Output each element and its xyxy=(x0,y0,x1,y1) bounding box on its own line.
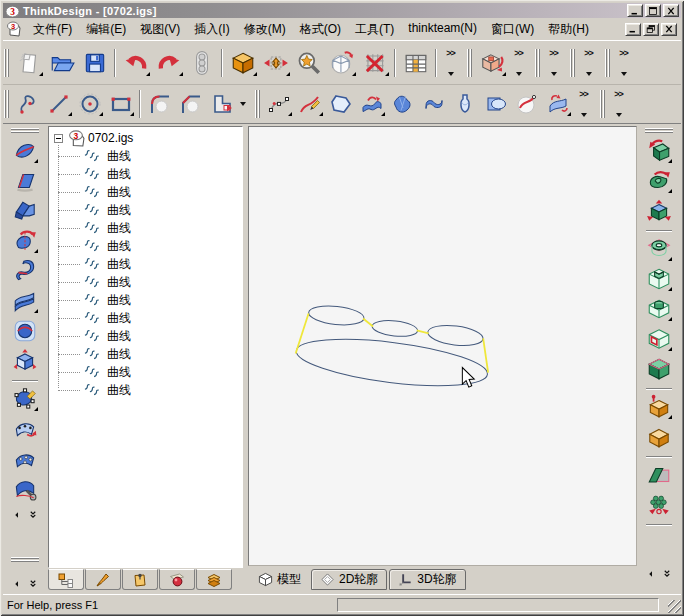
tree-item-curve[interactable]: 曲线 xyxy=(50,183,242,201)
min-button[interactable] xyxy=(625,23,641,36)
curve-on-surface-button[interactable] xyxy=(511,90,542,118)
toolbar-overflow[interactable]: >> xyxy=(510,47,527,79)
solid-between-button[interactable] xyxy=(644,197,674,225)
fold-surface-button[interactable] xyxy=(10,197,40,225)
curve-button[interactable] xyxy=(12,90,43,118)
toolbar-overflow[interactable]: >> xyxy=(610,88,627,120)
toolbar-overflow[interactable]: >> xyxy=(580,47,597,79)
menu-2[interactable]: 编辑(E) xyxy=(79,18,133,41)
toolbar-scroll[interactable] xyxy=(11,578,39,590)
flow-surface-button[interactable] xyxy=(542,90,573,118)
sketch-curve-button[interactable] xyxy=(294,90,325,118)
extrude-solid-button[interactable] xyxy=(644,137,674,165)
fit-view-button[interactable] xyxy=(259,48,292,78)
tree-root[interactable]: 3 0702.igs xyxy=(50,129,242,147)
line-button[interactable] xyxy=(43,90,74,118)
render-tab[interactable] xyxy=(159,569,195,590)
menu-6[interactable]: 格式(O) xyxy=(293,18,348,41)
tree-item-curve[interactable]: 曲线 xyxy=(50,345,242,363)
tree-item-curve[interactable]: 曲线 xyxy=(50,147,242,165)
tab-模型[interactable]: 模型 xyxy=(250,569,309,590)
toolbar-overflow[interactable]: >> xyxy=(615,47,632,79)
notes-tab[interactable] xyxy=(122,569,158,590)
toolbar-overflow[interactable]: >> xyxy=(545,47,562,79)
delete-grid-button[interactable] xyxy=(358,48,391,78)
slot-feature-button[interactable] xyxy=(644,325,674,353)
wireframe-view-button[interactable] xyxy=(325,48,358,78)
toolbar-grip[interactable] xyxy=(467,49,473,77)
expand-surface-button[interactable] xyxy=(10,347,40,375)
menu-7[interactable]: 工具(T) xyxy=(348,18,401,41)
tree-item-curve[interactable]: 曲线 xyxy=(50,273,242,291)
dropdown-caret[interactable] xyxy=(240,102,246,106)
toolbar-grip[interactable] xyxy=(4,49,10,77)
menu-5[interactable]: 修改(M) xyxy=(237,18,293,41)
revolve-surface-button[interactable] xyxy=(10,227,40,255)
drape-surface-button[interactable] xyxy=(10,475,40,503)
tree-item-curve[interactable]: 曲线 xyxy=(50,201,242,219)
menu-8[interactable]: thinkteam(N) xyxy=(401,18,484,41)
tree-item-curve[interactable]: 曲线 xyxy=(50,309,242,327)
s-surface-button[interactable] xyxy=(418,90,449,118)
menu-4[interactable]: 插入(I) xyxy=(187,18,236,41)
toolbar-scroll[interactable] xyxy=(11,509,39,521)
close-button[interactable] xyxy=(661,23,677,36)
restore-button[interactable] xyxy=(643,23,659,36)
data-table-button[interactable] xyxy=(399,48,432,78)
undo-button[interactable] xyxy=(119,48,152,78)
redo-button[interactable] xyxy=(152,48,185,78)
tree-item-curve[interactable]: 曲线 xyxy=(50,219,242,237)
rectangle-button[interactable] xyxy=(105,90,136,118)
max-button[interactable] xyxy=(645,4,661,17)
tab-2D轮廓[interactable]: 2D轮廓 xyxy=(311,569,387,590)
plane-feature-button[interactable] xyxy=(644,461,674,489)
menu-10[interactable]: 帮助(H) xyxy=(541,18,596,41)
tree-item-curve[interactable]: 曲线 xyxy=(50,291,242,309)
hole-feature-button[interactable] xyxy=(644,235,674,263)
datum-box-button[interactable] xyxy=(644,423,674,451)
edit-points-button[interactable] xyxy=(10,385,40,413)
draw-tab[interactable] xyxy=(85,569,121,590)
toolbar-grip[interactable] xyxy=(11,557,39,562)
loft-surface-button[interactable] xyxy=(10,287,40,315)
zoom-button[interactable] xyxy=(292,48,325,78)
offset-button[interactable] xyxy=(206,90,237,118)
modify-points-button[interactable] xyxy=(10,415,40,443)
solid-cube-button[interactable] xyxy=(644,355,674,383)
revolve-solid-button[interactable] xyxy=(644,167,674,195)
viewport[interactable] xyxy=(248,126,637,566)
shaded-view-button[interactable] xyxy=(226,48,259,78)
surface-patch-button[interactable] xyxy=(10,137,40,165)
boss-feature-button[interactable] xyxy=(644,295,674,323)
layers-tab[interactable] xyxy=(196,569,232,590)
tab-3D轮廓[interactable]: 3D轮廓 xyxy=(389,569,465,590)
toolbar-grip[interactable] xyxy=(600,90,606,118)
patch-points-button[interactable] xyxy=(10,445,40,473)
tree-item-curve[interactable]: 曲线 xyxy=(50,237,242,255)
bottle-surface-button[interactable] xyxy=(449,90,480,118)
tree-item-curve[interactable]: 曲线 xyxy=(50,255,242,273)
title-bar[interactable]: 3 ThinkDesign - [0702.igs] xyxy=(3,3,681,18)
pocket-feature-button[interactable] xyxy=(644,265,674,293)
menu-1[interactable]: 文件(F) xyxy=(26,18,79,41)
crumple-surface-button[interactable] xyxy=(387,90,418,118)
toolbar-grip[interactable] xyxy=(11,128,39,133)
toolbar-overflow[interactable]: >> xyxy=(442,47,459,79)
toolbar-grip[interactable] xyxy=(570,49,576,77)
save-button[interactable] xyxy=(78,48,111,78)
open-file-button[interactable] xyxy=(45,48,78,78)
trim-surface-button[interactable] xyxy=(480,90,511,118)
toolbar-grip[interactable] xyxy=(645,128,673,133)
new-document-button[interactable] xyxy=(12,48,45,78)
tree-item-curve[interactable]: 曲线 xyxy=(50,363,242,381)
capsule-surface-button[interactable] xyxy=(10,317,40,345)
toolbar-grip[interactable] xyxy=(535,49,541,77)
rotate-view-button[interactable] xyxy=(475,48,508,78)
chamfer-button[interactable] xyxy=(175,90,206,118)
toolbar-grip[interactable] xyxy=(4,90,10,118)
menu-3[interactable]: 视图(V) xyxy=(133,18,187,41)
lights-button[interactable] xyxy=(185,48,218,78)
resize-grip[interactable] xyxy=(668,600,681,613)
toolbar-scroll[interactable] xyxy=(645,568,673,580)
menu-9[interactable]: 窗口(W) xyxy=(484,18,541,41)
